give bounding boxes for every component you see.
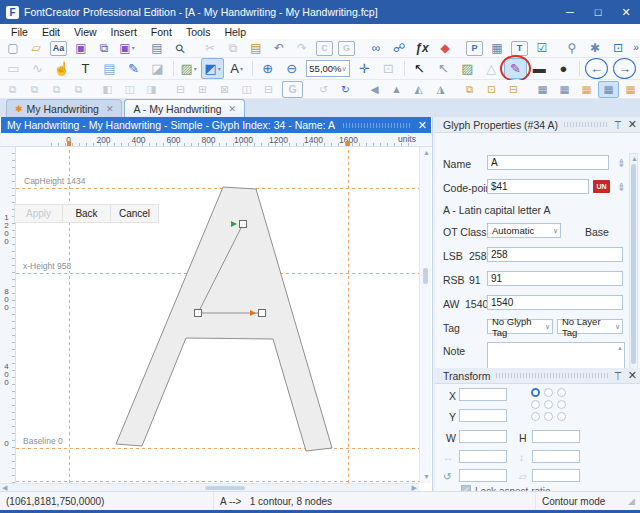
panel-scrollbar[interactable]: ▲ ▼ bbox=[629, 153, 638, 383]
scroll-thumb[interactable] bbox=[631, 164, 636, 364]
validate-font[interactable]: ☑ bbox=[531, 39, 553, 58]
text-tool[interactable]: T bbox=[74, 58, 97, 79]
node-handle[interactable] bbox=[240, 221, 247, 228]
wand-edit-icon[interactable]: ✏ bbox=[616, 182, 627, 190]
scroll-down-icon[interactable]: ▼ bbox=[423, 473, 430, 481]
menu-item[interactable]: Edit bbox=[35, 26, 67, 38]
tab-close-icon[interactable]: ✕ bbox=[229, 104, 237, 114]
match-width[interactable]: ⊟ bbox=[170, 81, 191, 98]
anchor-center-radio[interactable] bbox=[544, 400, 553, 409]
scroll-up-icon[interactable]: ▲ bbox=[617, 344, 623, 352]
background-image-menu[interactable]: ▨ bbox=[177, 58, 200, 79]
draw-rectangle-tool[interactable]: ▬ bbox=[528, 58, 551, 79]
pin-icon[interactable]: ⊤ bbox=[614, 119, 622, 131]
open-font[interactable]: ▱ bbox=[25, 39, 47, 58]
flip-horizontal[interactable]: ◀ bbox=[364, 81, 385, 98]
match-size[interactable]: ⊠ bbox=[214, 81, 235, 98]
minimize-icon[interactable]: ─ bbox=[556, 0, 584, 24]
complete-composites[interactable]: ∞ bbox=[365, 39, 387, 58]
anchor-top-center-radio[interactable] bbox=[544, 388, 553, 397]
save-as[interactable]: ▣ bbox=[116, 39, 138, 58]
align-right[interactable]: ◨ bbox=[141, 81, 162, 98]
x-field[interactable] bbox=[459, 388, 507, 401]
toolbar1-overflow[interactable]: » bbox=[630, 39, 640, 58]
height-scale-field[interactable] bbox=[532, 450, 580, 463]
codepoints-field[interactable] bbox=[487, 179, 589, 194]
decompose[interactable]: ☍ bbox=[388, 39, 410, 58]
flip-vertical[interactable]: ▲ bbox=[386, 81, 407, 98]
order-send-back[interactable]: ⧉ bbox=[24, 81, 45, 98]
ot-class-select[interactable]: Automatic ∨ bbox=[487, 223, 561, 238]
distribute-horizontal[interactable]: ◫ bbox=[236, 81, 257, 98]
zoom-in[interactable]: ⊕ bbox=[256, 58, 279, 79]
anchor-bottom-left-radio[interactable] bbox=[531, 412, 540, 421]
fill-outline-mode[interactable]: ◩ bbox=[201, 58, 224, 79]
rotate-tool[interactable]: ↺ bbox=[313, 81, 334, 98]
print[interactable]: ▤ bbox=[146, 39, 168, 58]
close-icon[interactable]: ✕ bbox=[628, 369, 637, 382]
lsb-field[interactable] bbox=[487, 247, 623, 262]
h-field[interactable] bbox=[532, 430, 580, 443]
glyph-outline-letter-A[interactable] bbox=[116, 187, 332, 451]
scroll-thumb[interactable] bbox=[423, 268, 428, 284]
bool-exclusion[interactable]: ⊟ bbox=[503, 81, 524, 98]
rotate-field[interactable] bbox=[459, 469, 507, 482]
glyph-overview[interactable]: ▦ bbox=[486, 39, 508, 58]
nav-forward[interactable]: → bbox=[613, 58, 636, 79]
order-backward[interactable]: ⧉ bbox=[68, 81, 89, 98]
bool-intersection[interactable]: ⊡ bbox=[481, 81, 502, 98]
fill-tool[interactable]: ◪ bbox=[146, 58, 169, 79]
compare-fonts[interactable]: ⚲ bbox=[561, 39, 583, 58]
advance-width-marker[interactable] bbox=[346, 141, 350, 146]
anchor-top-left-radio[interactable] bbox=[531, 388, 540, 397]
align-left[interactable]: ◧ bbox=[97, 81, 118, 98]
preview-label-mode[interactable]: A bbox=[225, 58, 248, 79]
name-field[interactable] bbox=[487, 155, 609, 170]
menu-item[interactable]: Tools bbox=[179, 26, 218, 38]
autonaming[interactable]: T bbox=[511, 41, 528, 56]
mirror-right[interactable]: ◮ bbox=[430, 81, 451, 98]
glyph-properties-header[interactable]: Glyph Properties (#34 A) ⊤ ✕ bbox=[435, 117, 640, 133]
match-height[interactable]: ⊞ bbox=[192, 81, 213, 98]
pan-hand-tool[interactable]: ☝ bbox=[50, 58, 73, 79]
new-font[interactable]: ▢ bbox=[2, 39, 24, 58]
grid-fit-1[interactable]: ▦ bbox=[532, 81, 553, 98]
test-font[interactable]: ⊡ bbox=[607, 39, 629, 58]
order-forward[interactable]: ⧉ bbox=[46, 81, 67, 98]
menu-item[interactable]: View bbox=[67, 26, 104, 38]
apply-button[interactable]: Apply bbox=[15, 205, 63, 222]
font-properties[interactable]: P bbox=[466, 41, 483, 56]
glyph-edit-canvas[interactable]: CapHeight 1434 x-Height 958 Baseline 0 bbox=[16, 147, 419, 483]
node-handle[interactable] bbox=[259, 310, 266, 317]
measure-tool[interactable]: ▤ bbox=[98, 58, 121, 79]
anchor-bottom-center-radio[interactable] bbox=[544, 412, 553, 421]
width-scale-field[interactable] bbox=[459, 450, 507, 463]
resize-grip[interactable]: ◢ bbox=[628, 496, 640, 506]
close-icon[interactable]: ✕ bbox=[612, 0, 640, 24]
anchor-middle-left-radio[interactable] bbox=[531, 400, 540, 409]
menu-item[interactable]: File bbox=[4, 26, 35, 38]
pointer-select-tool[interactable]: ↖ bbox=[408, 58, 431, 79]
tab-glyph-edit[interactable]: A - My Handwriting ✕ bbox=[124, 99, 245, 117]
select-rectangle-tool[interactable]: ▭ bbox=[2, 58, 25, 79]
menu-item[interactable]: Insert bbox=[104, 26, 144, 38]
menu-item[interactable]: Font bbox=[144, 26, 179, 38]
grid-options[interactable]: G bbox=[282, 81, 303, 98]
mirror-left[interactable]: ◭ bbox=[408, 81, 429, 98]
save-font[interactable]: ▣ bbox=[70, 39, 92, 58]
tab-font-overview[interactable]: ✱ My Handwriting ✕ bbox=[6, 99, 122, 117]
pin-icon[interactable]: ⊤ bbox=[614, 370, 622, 382]
rotate-90[interactable]: ↻ bbox=[335, 81, 356, 98]
insert-image[interactable]: ▨ bbox=[456, 58, 479, 79]
aw-field[interactable] bbox=[487, 295, 623, 310]
copy[interactable]: ⧉ bbox=[222, 39, 244, 58]
nav-back[interactable]: ← bbox=[585, 58, 608, 79]
zoom-out[interactable]: ⊖ bbox=[280, 58, 303, 79]
menu-item[interactable]: Help bbox=[217, 26, 253, 38]
canvas-vertical-scrollbar[interactable]: ▲ ▼ bbox=[419, 147, 431, 483]
font-settings[interactable]: ✱ bbox=[584, 39, 606, 58]
glyph-transformer-fx[interactable]: ƒx bbox=[411, 39, 433, 58]
grid-fit-active[interactable]: ▦ bbox=[598, 81, 619, 98]
grid-fit-lock[interactable]: ▦ bbox=[576, 81, 597, 98]
cut[interactable]: ✂ bbox=[199, 39, 221, 58]
